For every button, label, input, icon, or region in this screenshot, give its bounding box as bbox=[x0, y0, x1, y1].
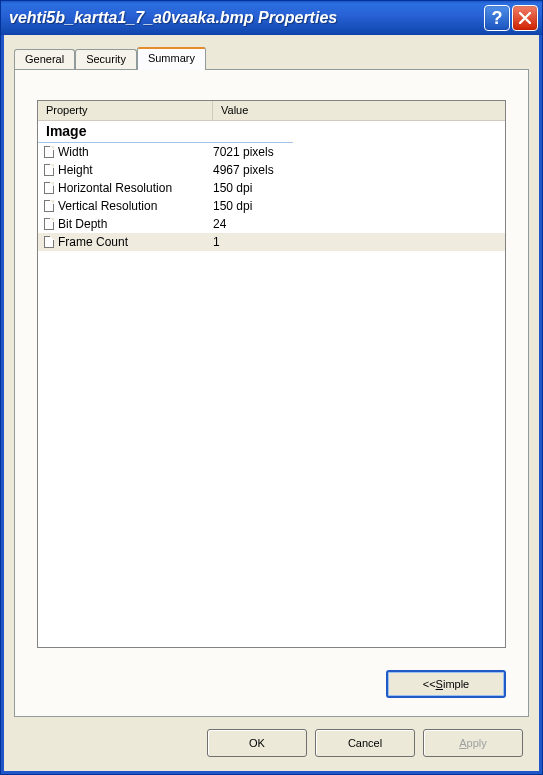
prop-name: Frame Count bbox=[58, 235, 128, 249]
document-icon bbox=[44, 218, 54, 230]
tab-general[interactable]: General bbox=[14, 49, 75, 69]
tab-strip: General Security Summary bbox=[14, 47, 529, 69]
document-icon bbox=[44, 164, 54, 176]
title-bar: vehti5b_kartta1_7_a0vaaka.bmp Properties… bbox=[1, 1, 542, 35]
document-icon bbox=[44, 236, 54, 248]
prop-value: 150 dpi bbox=[213, 181, 505, 195]
property-list[interactable]: Property Value Image Width 7021 pixels H… bbox=[37, 100, 506, 648]
dialog-buttons: OK Cancel Apply bbox=[14, 717, 529, 761]
tab-summary[interactable]: Summary bbox=[137, 47, 206, 70]
list-body: Image Width 7021 pixels Height 4967 pixe… bbox=[38, 121, 505, 647]
ok-button[interactable]: OK bbox=[207, 729, 307, 757]
table-row[interactable]: Frame Count 1 bbox=[38, 233, 505, 251]
cancel-button[interactable]: Cancel bbox=[315, 729, 415, 757]
table-row[interactable]: Width 7021 pixels bbox=[38, 143, 505, 161]
list-header: Property Value bbox=[38, 101, 505, 121]
document-icon bbox=[44, 182, 54, 194]
close-icon bbox=[519, 12, 531, 24]
prop-value: 24 bbox=[213, 217, 505, 231]
simple-button[interactable]: << Simple bbox=[386, 670, 506, 698]
properties-dialog: vehti5b_kartta1_7_a0vaaka.bmp Properties… bbox=[0, 0, 543, 775]
window-title: vehti5b_kartta1_7_a0vaaka.bmp Properties bbox=[9, 9, 484, 27]
apply-button: Apply bbox=[423, 729, 523, 757]
prop-value: 4967 pixels bbox=[213, 163, 505, 177]
column-header-value[interactable]: Value bbox=[213, 101, 505, 120]
help-button[interactable]: ? bbox=[484, 5, 510, 31]
tab-security[interactable]: Security bbox=[75, 49, 137, 69]
tab-panel-summary: Property Value Image Width 7021 pixels H… bbox=[14, 69, 529, 717]
prop-name: Vertical Resolution bbox=[58, 199, 157, 213]
prop-name: Width bbox=[58, 145, 89, 159]
prop-name: Horizontal Resolution bbox=[58, 181, 172, 195]
window-buttons: ? bbox=[484, 5, 538, 31]
client-area: General Security Summary Property Value … bbox=[1, 35, 542, 774]
prop-value: 7021 pixels bbox=[213, 145, 505, 159]
prop-value: 150 dpi bbox=[213, 199, 505, 213]
prop-value: 1 bbox=[213, 235, 505, 249]
close-button[interactable] bbox=[512, 5, 538, 31]
table-row[interactable]: Vertical Resolution 150 dpi bbox=[38, 197, 505, 215]
prop-name: Height bbox=[58, 163, 93, 177]
table-row[interactable]: Height 4967 pixels bbox=[38, 161, 505, 179]
table-row[interactable]: Horizontal Resolution 150 dpi bbox=[38, 179, 505, 197]
prop-name: Bit Depth bbox=[58, 217, 107, 231]
panel-buttons: << Simple bbox=[37, 648, 506, 698]
group-image: Image bbox=[38, 121, 293, 143]
document-icon bbox=[44, 200, 54, 212]
column-header-property[interactable]: Property bbox=[38, 101, 213, 120]
table-row[interactable]: Bit Depth 24 bbox=[38, 215, 505, 233]
document-icon bbox=[44, 146, 54, 158]
